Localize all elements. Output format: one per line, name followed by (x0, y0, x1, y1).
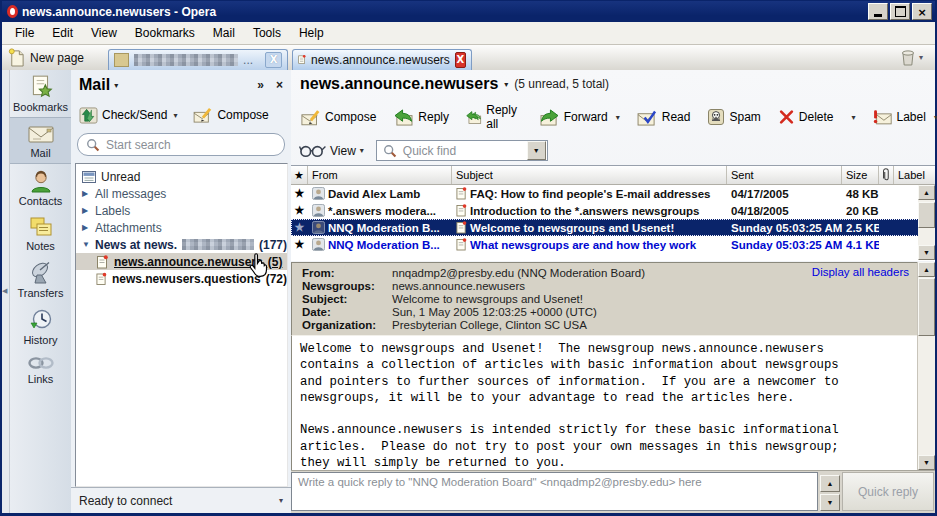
tree-item-unread[interactable]: Unread (76, 168, 287, 185)
scroll-down-button[interactable]: ▼ (918, 455, 935, 470)
title-bar[interactable]: news.announce.newusers - Opera × (2, 1, 935, 22)
delete-dropdown-icon[interactable]: ▾ (852, 113, 856, 122)
mail-title-dropdown-icon[interactable]: ▾ (114, 81, 118, 90)
trash-dropdown-icon[interactable]: ▾ (919, 53, 923, 62)
star-icon[interactable]: ★ (295, 187, 305, 200)
scroll-up-button[interactable]: ▲ (918, 262, 935, 277)
tab-blurred[interactable]: ... X (108, 49, 288, 70)
menu-view[interactable]: View (82, 24, 126, 42)
header-label: Subject: (292, 293, 392, 305)
tree-item-attachments[interactable]: ▶ Attachments (76, 219, 287, 236)
label-icon (873, 109, 893, 126)
message-pane-scrollbar[interactable]: ▲ ▼ (917, 262, 935, 470)
sidebar-item-mail[interactable]: Mail (10, 117, 71, 164)
read-button[interactable]: Read (637, 109, 691, 126)
header-value: Presbyterian College, Clinton SC USA (392, 319, 587, 331)
sidebar-item-notes[interactable]: Notes (10, 211, 71, 256)
trash-icon[interactable] (901, 50, 915, 66)
tab-close-button[interactable]: X (265, 52, 282, 68)
maximize-button[interactable] (890, 3, 910, 20)
scroll-down-button[interactable]: ▼ (820, 494, 840, 511)
star-icon[interactable]: ★ (295, 204, 305, 217)
group-title[interactable]: news.announce.newusers (300, 75, 498, 93)
message-row[interactable]: ★ NNQ Moderation B... What newsgroups ar… (291, 236, 935, 253)
sidebar-item-history[interactable]: History (10, 303, 71, 350)
search-input[interactable]: Start search (77, 133, 285, 156)
status-dropdown-icon[interactable]: ▾ (279, 496, 283, 505)
scroll-thumb[interactable] (918, 202, 935, 228)
tree-item-labels[interactable]: ▶ Labels (76, 202, 287, 219)
menu-bookmarks[interactable]: Bookmarks (126, 24, 204, 42)
scroll-up-button[interactable]: ▲ (820, 475, 840, 492)
quick-find-input[interactable]: Quick find ▼ (376, 140, 548, 161)
panel-toggle-strip[interactable]: ◀ (2, 70, 10, 513)
expand-icon[interactable]: ▶ (82, 223, 90, 232)
compose-icon (193, 107, 213, 123)
menu-mail[interactable]: Mail (204, 24, 244, 42)
collapse-icon[interactable]: ▼ (82, 240, 90, 249)
group-title-dropdown-icon[interactable]: ▾ (504, 80, 508, 89)
quick-find-dropdown-button[interactable]: ▼ (527, 141, 546, 160)
expand-icon[interactable]: ▶ (82, 189, 90, 198)
newsgroup-doc-icon (96, 272, 107, 286)
forward-button[interactable]: Forward ▾ (539, 109, 620, 126)
column-attachment[interactable] (879, 166, 894, 184)
expand-icon[interactable]: ▶ (82, 206, 90, 215)
column-sent[interactable]: Sent (727, 166, 842, 184)
spam-button[interactable]: Spam (707, 108, 760, 126)
star-icon[interactable]: ★ (295, 221, 305, 234)
reply-button[interactable]: Reply (393, 109, 449, 126)
reply-all-button[interactable]: Reply all (466, 103, 522, 131)
forward-dropdown-icon[interactable]: ▾ (616, 113, 620, 122)
sidebar-item-label: Links (28, 373, 54, 385)
new-page-button[interactable]: New page (2, 45, 92, 70)
tree-item-news-account[interactable]: ▼ News at news. (177) (76, 236, 287, 253)
menu-help[interactable]: Help (290, 24, 333, 42)
check-send-button[interactable]: Check/Send ▾ (79, 107, 177, 124)
column-flag[interactable]: ★ (291, 166, 308, 184)
close-button[interactable]: × (912, 3, 932, 20)
arrow-up-icon: ▲ (923, 189, 930, 196)
column-size[interactable]: Size (842, 166, 879, 184)
column-from[interactable]: From (308, 166, 452, 184)
tab-close-button[interactable]: X (455, 52, 466, 68)
collapse-panel-arrow-icon[interactable]: ◀ (2, 287, 7, 295)
display-all-headers-link[interactable]: Display all headers (812, 266, 909, 278)
compose-button[interactable]: Compose (193, 107, 268, 123)
scroll-up-button[interactable]: ▲ (918, 185, 935, 200)
message-row[interactable]: ★ *.answers modera... Introduction to th… (291, 202, 935, 219)
tab-news-announce-newusers[interactable]: news.announce.newusers X (292, 49, 472, 70)
message-list-scrollbar[interactable]: ▲ ▼ (918, 185, 935, 260)
star-icon[interactable]: ★ (295, 238, 305, 251)
scroll-thumb[interactable] (918, 278, 935, 336)
mail-actions-row: Check/Send ▾ Compose (71, 100, 291, 130)
minimize-button[interactable] (868, 3, 888, 20)
sidebar-item-transfers[interactable]: Transfers (10, 256, 71, 303)
quick-reply-button[interactable]: Quick reply (842, 472, 934, 511)
menu-edit[interactable]: Edit (43, 24, 82, 42)
scroll-down-button[interactable]: ▼ (918, 245, 935, 260)
delete-label: Delete (799, 110, 834, 124)
column-subject[interactable]: Subject (452, 166, 727, 184)
view-dropdown-icon[interactable]: ▾ (360, 146, 364, 155)
panel-close-icon[interactable]: × (276, 78, 283, 92)
compose-button[interactable]: Compose (301, 109, 376, 126)
label-button[interactable]: Label ▾ (873, 109, 937, 126)
quick-reply-placeholder: Write a quick reply to "NNQ Moderation B… (298, 476, 702, 488)
message-row[interactable]: ★ David Alex Lamb FAQ: How to find peopl… (291, 185, 935, 202)
sidebar-item-contacts[interactable]: Contacts (10, 164, 71, 211)
menu-file[interactable]: File (6, 24, 43, 42)
panel-expand-icon[interactable]: » (257, 78, 264, 92)
column-label[interactable]: Label (894, 166, 918, 184)
mail-panel-title[interactable]: Mail (79, 76, 110, 94)
message-row-selected[interactable]: ★ NNQ Moderation B... Welcome to newsgro… (291, 219, 935, 236)
delete-button[interactable]: Delete ▾ (778, 109, 856, 125)
tree-item-all-messages[interactable]: ▶ All messages (76, 185, 287, 202)
menu-tools[interactable]: Tools (244, 24, 290, 42)
quick-reply-input[interactable]: Write a quick reply to "NNQ Moderation B… (291, 472, 818, 511)
sidebar-item-bookmarks[interactable]: Bookmarks (10, 70, 71, 117)
mail-status-bar[interactable]: Ready to connect ▾ (71, 487, 291, 513)
sidebar-item-links[interactable]: Links (10, 350, 71, 389)
forward-label: Forward (564, 110, 608, 124)
view-button[interactable]: View (330, 144, 356, 158)
